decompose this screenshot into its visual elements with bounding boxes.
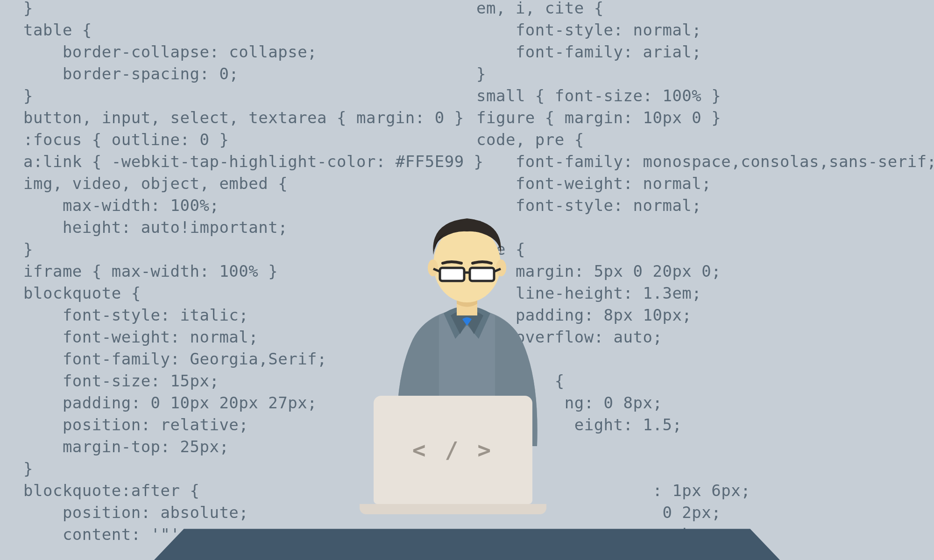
svg-point-3 <box>496 259 506 276</box>
svg-point-2 <box>428 259 438 276</box>
illustration-canvas: } table { border-collapse: collapse; bor… <box>0 0 934 560</box>
svg-rect-4 <box>440 268 464 281</box>
laptop-base <box>360 504 546 514</box>
laptop: < / > <box>374 396 560 514</box>
code-icon: < / > <box>412 437 494 463</box>
desk-surface <box>154 529 780 560</box>
laptop-back-panel: < / > <box>374 396 532 504</box>
svg-rect-5 <box>470 268 494 281</box>
